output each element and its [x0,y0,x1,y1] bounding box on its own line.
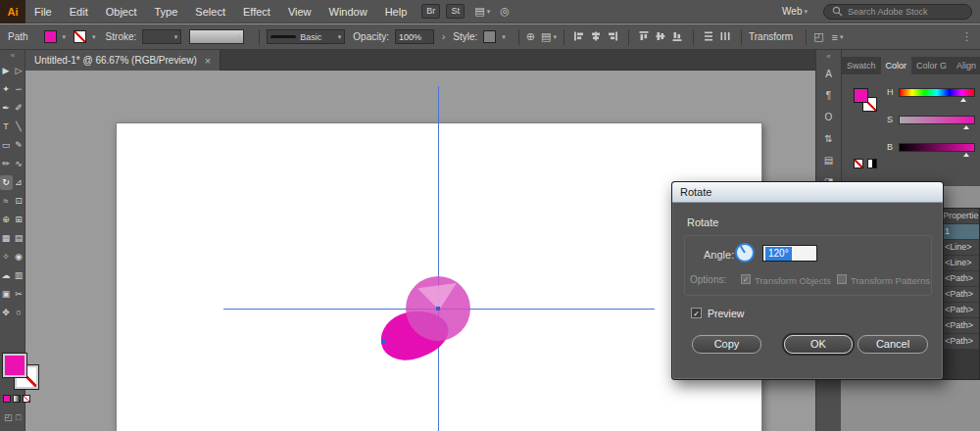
gpu-performance-icon[interactable]: ◎ [500,5,510,18]
opacity-spinner-icon[interactable]: › [442,31,445,42]
menu-type[interactable]: Type [146,0,187,24]
selection-tool[interactable]: ▶ [0,64,13,78]
none-swatch[interactable] [854,159,863,168]
document-setup-icon[interactable]: ▤ [541,30,551,43]
expand-panels-icon[interactable]: « [816,50,841,64]
slice-tool[interactable]: ✂ [13,287,25,302]
shape-options-icon[interactable]: ◰ [813,30,823,43]
pen-tool[interactable]: ✒ [0,101,13,116]
preview-checkbox[interactable]: ✓ [691,308,702,318]
symbol-sprayer-tool[interactable]: ☁ [0,268,13,283]
stock-button[interactable]: St [446,4,465,19]
dialog-titlebar[interactable]: Rotate [672,182,943,203]
width-tool[interactable]: ≈ [0,194,13,209]
eyedropper-tool[interactable]: ✧ [0,250,13,264]
gradient-mode-button[interactable] [13,395,21,403]
hue-slider-marker[interactable] [960,98,966,102]
ok-button[interactable]: OK [784,335,853,354]
opacity-input[interactable]: 100% [395,29,434,44]
align-left-icon[interactable] [573,30,586,43]
close-tab-icon[interactable]: × [205,55,211,67]
bridge-button[interactable]: Br [421,4,440,19]
variables-panel-icon[interactable]: ⇅ [816,128,841,150]
stroke-color-swatch[interactable] [74,30,86,43]
line-segment-tool[interactable]: ╲ [13,120,25,134]
align-bottom-icon[interactable] [671,30,684,43]
pencil-tool[interactable]: ✏ [0,157,13,171]
artboard-tool[interactable]: ▣ [0,287,13,302]
gradient-tool[interactable]: ▤ [13,231,25,246]
stock-search-input[interactable]: Search Adobe Stock [823,4,972,20]
paragraph-panel-icon[interactable]: ¶ [816,85,841,107]
width-profile-select[interactable]: ▾ [189,29,244,44]
brightness-slider[interactable] [899,143,975,152]
tab-color[interactable]: Color [881,57,912,74]
hand-tool[interactable]: ✥ [0,306,13,320]
zoom-tool[interactable]: ○ [13,306,25,320]
graphic-style-swatch[interactable] [483,30,496,43]
fill-swatch[interactable] [3,354,26,377]
align-top-icon[interactable] [638,30,651,43]
angle-input[interactable]: 120° [762,245,817,262]
menu-help[interactable]: Help [376,0,416,24]
column-graph-tool[interactable]: ▥ [13,268,25,283]
fill-proxy-swatch[interactable] [854,88,868,103]
menu-file[interactable]: File [25,0,61,24]
workspace-switcher[interactable]: Web ▾ [782,6,808,17]
rotate-tool[interactable]: ↻ [0,175,13,190]
paintbrush-tool[interactable]: ✎ [13,138,25,153]
menu-edit[interactable]: Edit [61,0,97,24]
tab-color-guide[interactable]: Color G [911,57,952,74]
transform-link[interactable]: Transform [749,31,793,42]
shape-builder-tool[interactable]: ⊕ [0,213,13,227]
fill-color-swatch[interactable] [44,30,57,43]
blend-tool[interactable]: ◉ [13,250,25,264]
perspective-grid-tool[interactable]: ⊞ [13,213,25,227]
scale-tool[interactable]: ⊿ [13,175,25,190]
brightness-slider-marker[interactable] [963,153,969,157]
arrange-documents-icon[interactable]: ▤ [474,5,484,18]
lasso-tool[interactable]: ∽ [13,82,25,97]
mesh-tool[interactable]: ▦ [0,231,13,246]
color-mode-button[interactable] [3,395,11,403]
tab-align[interactable]: Align [952,57,980,74]
opentype-panel-icon[interactable]: O [816,107,841,128]
align-middle-icon[interactable] [655,30,667,43]
draw-mode-icon[interactable]: ◰ [4,412,13,422]
menu-select[interactable]: Select [186,0,234,24]
brush-definition-select[interactable]: Basic ▾ [267,29,345,44]
character-panel-icon[interactable]: A [816,64,841,85]
control-panel-menu-icon[interactable]: ≡ [832,31,838,43]
appearance-panel-icon[interactable]: ▤ [816,150,841,171]
tab-swatches[interactable]: Swatch [842,57,881,74]
screen-mode-icon[interactable]: □ [16,412,21,422]
copy-button[interactable]: Copy [692,335,761,354]
align-right-icon[interactable] [607,30,619,43]
type-tool[interactable]: T [0,120,13,134]
menu-object[interactable]: Object [97,0,146,24]
saturation-slider-marker[interactable] [963,125,969,129]
none-mode-button[interactable] [23,395,30,403]
stroke-weight-select[interactable]: ▾ [142,29,181,44]
rectangle-tool[interactable]: ▭ [0,138,13,153]
globe-icon[interactable]: ⊕ [526,30,535,43]
shaper-tool[interactable]: ∿ [13,157,25,171]
panel-overflow-icon[interactable]: ⋮ [961,30,972,43]
hue-slider[interactable] [899,88,975,97]
direct-selection-tool[interactable]: ▷ [13,64,25,78]
curvature-tool[interactable]: ✐ [13,101,25,116]
cancel-button[interactable]: Cancel [858,335,928,354]
document-tab[interactable]: Untitled-1* @ 66.67% (RGB/Preview) × [25,50,220,71]
saturation-slider[interactable] [899,116,975,124]
align-center-icon[interactable] [590,30,603,43]
black-white-swatch[interactable] [867,159,877,168]
distribute-horizontal-icon[interactable] [719,30,732,43]
menu-view[interactable]: View [279,0,320,24]
menu-effect[interactable]: Effect [234,0,279,24]
free-transform-tool[interactable]: ⊡ [13,194,25,209]
collapse-toolbar-icon[interactable]: « [0,50,25,62]
distribute-vertical-icon[interactable] [703,30,715,43]
magic-wand-tool[interactable]: ✦ [0,82,13,97]
angle-dial[interactable] [735,243,755,263]
menu-window[interactable]: Window [320,0,376,24]
